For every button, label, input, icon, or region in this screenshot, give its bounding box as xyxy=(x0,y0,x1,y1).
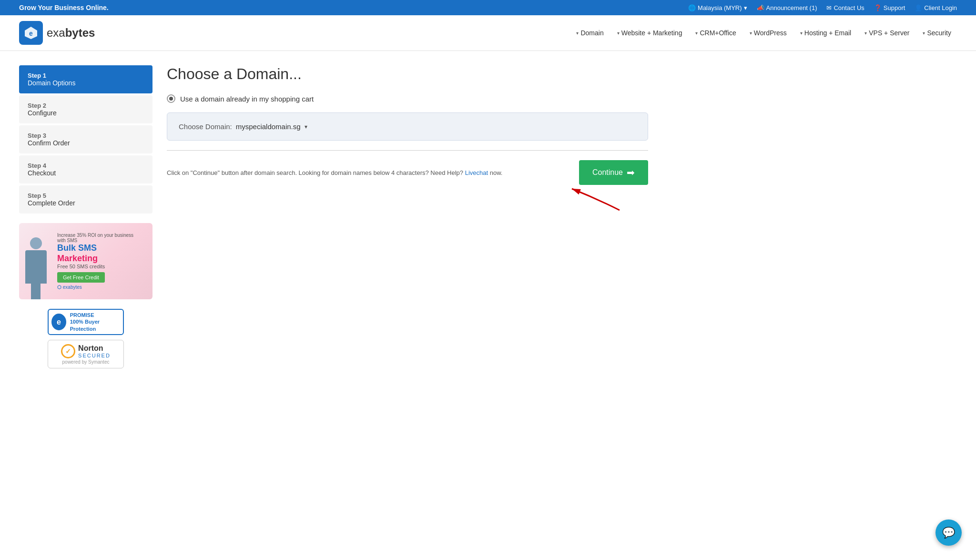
ad-free-text: Free 50 SMS credits xyxy=(57,264,143,269)
sidebar-ad: Increase 35% ROI on your business with S… xyxy=(19,223,152,299)
nav-item-domain[interactable]: ▾ Domain xyxy=(570,25,609,41)
content-area: Choose a Domain... Use a domain already … xyxy=(167,65,648,368)
megaphone-icon: 📣 xyxy=(757,4,764,11)
chevron-icon: ▾ xyxy=(617,31,620,36)
domain-value: myspecialdomain.sg xyxy=(236,122,301,131)
announcement-link[interactable]: 📣 Announcement (1) xyxy=(757,4,817,11)
ad-brand: ⬡ exabytes xyxy=(57,285,143,290)
support-link[interactable]: ❓ Support xyxy=(874,4,905,11)
sidebar: Step 1 Domain Options Step 2 Configure S… xyxy=(19,65,152,368)
logo[interactable]: e exabytes xyxy=(19,21,95,45)
step-2-label: Step 2 xyxy=(28,102,144,109)
tagline: Grow Your Business Online. xyxy=(19,4,109,11)
arrow-circle-icon: ➡ xyxy=(627,167,635,178)
logo-text: exabytes xyxy=(47,26,95,40)
step-5-name: Complete Order xyxy=(28,199,144,207)
step-2-item[interactable]: Step 2 Configure xyxy=(19,95,152,123)
ad-increase-text: Increase 35% ROI on your business with S… xyxy=(57,233,143,243)
norton-text-block: Norton SECURED xyxy=(78,344,111,358)
divider xyxy=(167,150,648,151)
domain-select-label: Choose Domain: xyxy=(179,122,232,131)
chevron-icon: ▾ xyxy=(695,31,698,36)
nav-item-security[interactable]: ▾ Security xyxy=(917,25,957,41)
client-login-link[interactable]: 👤 Client Login xyxy=(915,4,957,11)
red-arrow-annotation xyxy=(567,184,624,213)
step-1-label: Step 1 xyxy=(28,72,144,79)
step-5-item[interactable]: Step 5 Complete Order xyxy=(19,185,152,214)
norton-inner: ✓ Norton SECURED xyxy=(61,344,111,358)
user-icon: 👤 xyxy=(915,4,922,11)
step-4-label: Step 4 xyxy=(28,162,144,169)
domain-option-row[interactable]: Use a domain already in my shopping cart xyxy=(167,94,648,103)
nav-item-crm-office[interactable]: ▾ CRM+Office xyxy=(690,25,742,41)
page-title: Choose a Domain... xyxy=(167,65,648,83)
info-text: Click on "Continue" button after domain … xyxy=(167,169,502,176)
contact-us-link[interactable]: ✉ Contact Us xyxy=(826,4,864,11)
chevron-icon: ▾ xyxy=(576,31,579,36)
main-container: Step 1 Domain Options Step 2 Configure S… xyxy=(0,51,667,383)
ad-get-credit-button[interactable]: Get Free Credit xyxy=(57,272,105,283)
use-cart-domain-label: Use a domain already in my shopping cart xyxy=(180,95,314,103)
norton-check-icon: ✓ xyxy=(61,344,75,358)
use-cart-domain-radio[interactable] xyxy=(167,94,175,103)
info-row: Click on "Continue" button after domain … xyxy=(167,160,648,185)
svg-text:e: e xyxy=(29,30,33,37)
nav-item-wordpress[interactable]: ▾ WordPress xyxy=(744,25,793,41)
nav-item-hosting-email[interactable]: ▾ Hosting + Email xyxy=(794,25,857,41)
chevron-icon: ▾ xyxy=(750,31,752,36)
ad-brand-icon: ⬡ xyxy=(57,285,63,290)
ad-bulk-text: Bulk SMS xyxy=(57,243,143,254)
nav-item-website-marketing[interactable]: ▾ Website + Marketing xyxy=(611,25,688,41)
step-1-name: Domain Options xyxy=(28,79,144,87)
domain-select: Choose Domain: myspecialdomain.sg ▾ xyxy=(179,122,636,131)
region-selector[interactable]: 🌐 Malaysia (MYR) ▾ xyxy=(688,4,747,11)
promise-icon: e xyxy=(51,314,66,330)
ad-person-silhouette xyxy=(19,233,52,299)
chevron-icon: ▾ xyxy=(923,31,925,36)
livechat-link[interactable]: Livechat xyxy=(465,169,488,176)
globe-icon: 🌐 xyxy=(688,4,696,11)
chevron-down-icon: ▾ xyxy=(744,4,747,11)
navbar: e exabytes ▾ Domain ▾ Website + Marketin… xyxy=(0,15,976,51)
continue-button[interactable]: Continue ➡ xyxy=(579,160,648,185)
trust-badges: e PROMISE 100% Buyer Protection ✓ Norton… xyxy=(19,309,152,368)
top-bar-right: 🌐 Malaysia (MYR) ▾ 📣 Announcement (1) ✉ … xyxy=(688,4,957,11)
continue-wrapper: Continue ➡ xyxy=(579,160,648,185)
chevron-down-icon[interactable]: ▾ xyxy=(305,123,307,130)
domain-dropdown-box: Choose Domain: myspecialdomain.sg ▾ xyxy=(167,112,648,141)
chevron-icon: ▾ xyxy=(800,31,803,36)
step-3-item[interactable]: Step 3 Confirm Order xyxy=(19,125,152,153)
ad-text: Increase 35% ROI on your business with S… xyxy=(57,233,143,290)
norton-badge: ✓ Norton SECURED powered by Symantec xyxy=(48,340,124,368)
step-2-name: Configure xyxy=(28,109,144,117)
step-5-label: Step 5 xyxy=(28,192,144,199)
ad-marketing-text: Marketing xyxy=(57,254,143,264)
nav-item-vps-server[interactable]: ▾ VPS + Server xyxy=(859,25,915,41)
promise-badge: e PROMISE 100% Buyer Protection xyxy=(48,309,124,335)
support-icon: ❓ xyxy=(874,4,882,11)
step-3-label: Step 3 xyxy=(28,132,144,139)
step-4-name: Checkout xyxy=(28,169,144,177)
mail-icon: ✉ xyxy=(826,4,832,11)
step-1-item[interactable]: Step 1 Domain Options xyxy=(19,65,152,93)
step-4-item[interactable]: Step 4 Checkout xyxy=(19,155,152,183)
promise-text: PROMISE 100% Buyer Protection xyxy=(70,312,120,332)
step-3-name: Confirm Order xyxy=(28,139,144,147)
logo-icon: e xyxy=(19,21,43,45)
nav-items: ▾ Domain ▾ Website + Marketing ▾ CRM+Off… xyxy=(109,25,957,41)
chevron-icon: ▾ xyxy=(864,31,867,36)
top-bar: Grow Your Business Online. 🌐 Malaysia (M… xyxy=(0,0,976,15)
